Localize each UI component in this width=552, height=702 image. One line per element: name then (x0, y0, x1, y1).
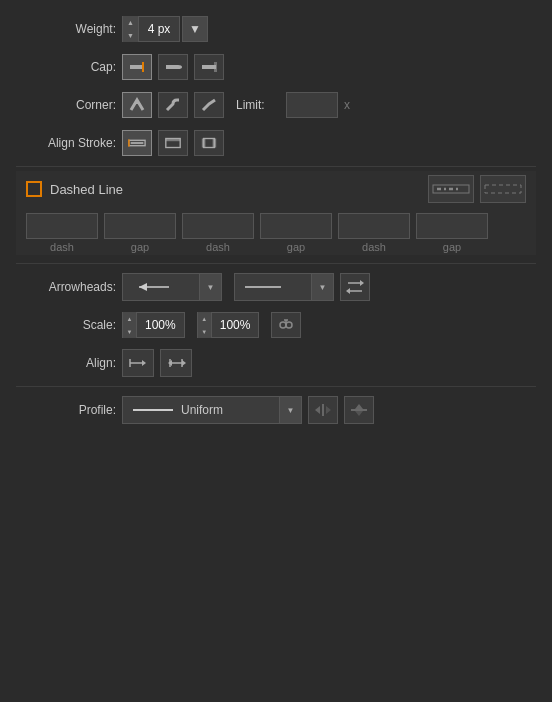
dashed-line-checkbox[interactable] (26, 181, 42, 197)
cap-label: Cap: (16, 60, 116, 74)
scale-1-spinbox[interactable]: ▲ ▼ 100% (122, 312, 185, 338)
divider-2 (16, 263, 536, 264)
scale-1-up[interactable]: ▲ (123, 312, 136, 325)
scale-2-down[interactable]: ▼ (198, 325, 211, 338)
cap-projecting-btn[interactable] (194, 54, 224, 80)
profile-dropdown-arrow[interactable]: ▼ (279, 397, 301, 423)
align-stroke-outside-btn[interactable] (194, 130, 224, 156)
dash-3-label: dash (362, 241, 386, 253)
dash-3-input[interactable] (338, 213, 410, 239)
dash-inputs-row: dash gap dash gap dash gap (16, 207, 536, 255)
dash-2-input[interactable] (182, 213, 254, 239)
cap-round-btn[interactable] (158, 54, 188, 80)
scale-label: Scale: (16, 318, 116, 332)
corner-limit-clear[interactable]: x (344, 98, 350, 112)
svg-rect-10 (166, 139, 180, 142)
profile-flip-h-btn[interactable] (308, 396, 338, 424)
scale-1-value[interactable]: 100% (137, 318, 184, 332)
profile-label: Profile: (16, 403, 116, 417)
gap-1-input[interactable] (104, 213, 176, 239)
dash-input-3: dash (338, 213, 410, 253)
align-stroke-center-btn[interactable] (122, 130, 152, 156)
svg-marker-38 (326, 406, 331, 414)
svg-rect-3 (202, 65, 216, 69)
align-stroke-inside-btn[interactable] (158, 130, 188, 156)
corner-round-btn[interactable] (158, 92, 188, 118)
dash-pattern-2-btn[interactable] (480, 175, 526, 203)
arrowhead-left-dropdown[interactable]: ▼ (199, 274, 221, 300)
arrowheads-label: Arrowheads: (16, 280, 116, 294)
scale-link-btn[interactable] (271, 312, 301, 338)
gap-2-label: gap (287, 241, 305, 253)
svg-rect-7 (131, 142, 144, 144)
weight-spin-arrows[interactable]: ▲ ▼ (123, 16, 139, 42)
svg-rect-2 (166, 65, 178, 69)
divider-3 (16, 386, 536, 387)
weight-spinbox[interactable]: ▲ ▼ 4 px (122, 16, 180, 42)
profile-flip-v-btn[interactable] (344, 396, 374, 424)
align-stroke-row: Align Stroke: (16, 124, 536, 162)
arrowhead-left-display (123, 280, 199, 294)
corner-miter-btn[interactable] (122, 92, 152, 118)
arrowheads-row: Arrowheads: ▼ ▼ (16, 268, 536, 306)
svg-rect-0 (130, 65, 144, 69)
weight-value[interactable]: 4 px (139, 22, 179, 36)
align-btn-1[interactable] (122, 349, 154, 377)
dash-1-input[interactable] (26, 213, 98, 239)
scale-1-arrows[interactable]: ▲ ▼ (123, 312, 137, 338)
corner-label: Corner: (16, 98, 116, 112)
scale-2-arrows[interactable]: ▲ ▼ (198, 312, 212, 338)
stroke-panel: Weight: ▲ ▼ 4 px ▼ Cap: (0, 0, 552, 702)
align-row: Align: (16, 344, 536, 382)
corner-limit-input[interactable] (286, 92, 338, 118)
dashed-line-label: Dashed Line (50, 182, 123, 197)
dashed-pattern-btns (428, 175, 526, 203)
svg-rect-17 (485, 185, 521, 193)
svg-marker-19 (139, 283, 147, 291)
gap-input-3: gap (416, 213, 488, 253)
svg-marker-41 (355, 411, 363, 416)
cap-butt-btn[interactable] (122, 54, 152, 80)
scale-2-spinbox[interactable]: ▲ ▼ 100% (197, 312, 260, 338)
arrowhead-swap-btn[interactable] (340, 273, 370, 301)
weight-input-group: ▲ ▼ 4 px ▼ (122, 16, 208, 42)
profile-select[interactable]: Uniform ▼ (122, 396, 302, 424)
dash-input-2: dash (182, 213, 254, 253)
svg-marker-37 (315, 406, 320, 414)
weight-dropdown-btn[interactable]: ▼ (182, 16, 208, 42)
align-label: Align: (16, 356, 116, 370)
dashed-section: Dashed Line (16, 171, 536, 255)
gap-3-label: gap (443, 241, 461, 253)
scale-2-value[interactable]: 100% (212, 318, 259, 332)
arrowhead-left-select[interactable]: ▼ (122, 273, 222, 301)
weight-spin-down[interactable]: ▼ (123, 29, 138, 42)
arrowhead-right-select[interactable]: ▼ (234, 273, 334, 301)
dashed-checkbox-row: Dashed Line (16, 171, 536, 207)
divider-1 (16, 166, 536, 167)
gap-1-label: gap (131, 241, 149, 253)
gap-input-2: gap (260, 213, 332, 253)
weight-label: Weight: (16, 22, 116, 36)
corner-row: Corner: Limit: x (16, 86, 536, 124)
weight-spin-up[interactable]: ▲ (123, 16, 138, 29)
profile-line: Uniform (123, 403, 279, 417)
gap-input-1: gap (104, 213, 176, 253)
cap-row: Cap: (16, 48, 536, 86)
corner-bevel-btn[interactable] (194, 92, 224, 118)
align-btn-2[interactable] (160, 349, 192, 377)
scale-row: Scale: ▲ ▼ 100% ▲ ▼ 100% (16, 306, 536, 344)
arrowhead-right-dropdown[interactable]: ▼ (311, 274, 333, 300)
svg-marker-21 (360, 280, 364, 286)
dash-pattern-1-btn[interactable] (428, 175, 474, 203)
svg-marker-40 (355, 404, 363, 409)
svg-rect-1 (142, 62, 144, 72)
profile-name: Uniform (181, 403, 223, 417)
svg-point-24 (286, 322, 292, 328)
svg-marker-22 (346, 288, 350, 294)
limit-label: Limit: (236, 98, 280, 112)
svg-rect-12 (202, 139, 206, 148)
gap-3-input[interactable] (416, 213, 488, 239)
scale-1-down[interactable]: ▼ (123, 325, 136, 338)
scale-2-up[interactable]: ▲ (198, 312, 211, 325)
gap-2-input[interactable] (260, 213, 332, 239)
